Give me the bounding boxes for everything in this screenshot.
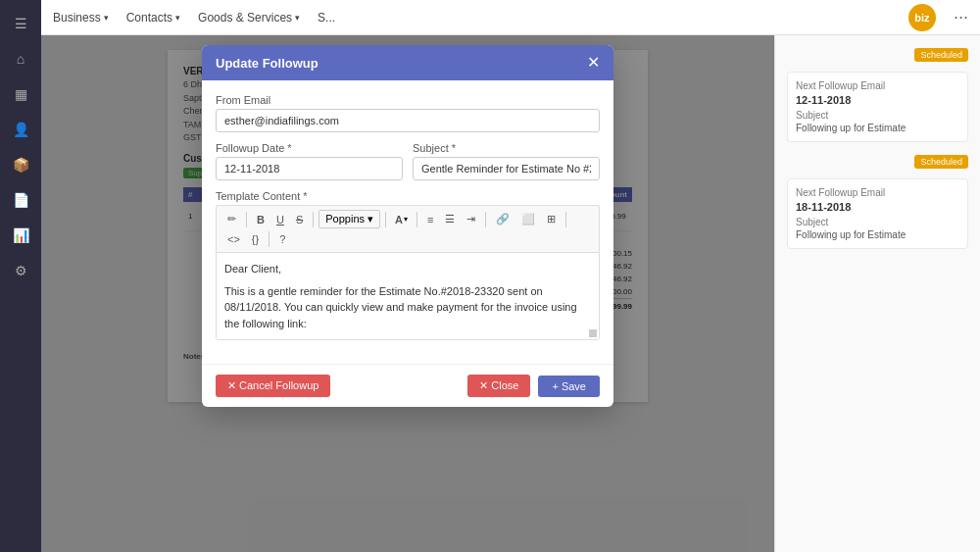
toolbar-divider: [246, 212, 247, 227]
followup-date-group: Followup Date *: [216, 142, 403, 180]
indent-button[interactable]: ⇥: [462, 210, 480, 228]
sidebar-docs-icon[interactable]: 📄: [7, 186, 34, 214]
toolbar-divider-4: [416, 212, 417, 227]
editor-greeting: Dear Client,: [224, 261, 591, 277]
followup-date-1: 12-11-2018: [796, 94, 959, 106]
subject-group: Subject *: [413, 142, 600, 180]
subject-label-2: Subject: [796, 217, 959, 227]
toolbar-divider-3: [385, 212, 386, 227]
followup-card-2: Scheduled Next Followup Email 18-11-2018…: [787, 154, 968, 249]
save-button[interactable]: + Save: [538, 376, 600, 397]
right-panel: Scheduled Next Followup Email 12-11-2018…: [774, 35, 980, 552]
company-logo: biz: [908, 4, 936, 31]
toolbar-divider-5: [485, 212, 486, 227]
template-editor[interactable]: Dear Client, This is a gentle reminder f…: [216, 252, 600, 340]
modal-close-button[interactable]: ✕: [587, 55, 600, 71]
main-area: Business ▾ Contacts ▾ Goods & Services ▾…: [41, 0, 980, 552]
toolbar-divider-2: [313, 212, 314, 227]
sidebar-home-icon[interactable]: ⌂: [7, 45, 34, 73]
chevron-down-icon: ▾: [104, 13, 109, 23]
update-followup-modal: Update Followup ✕ From Email F: [202, 45, 613, 407]
list-ul-button[interactable]: ≡: [422, 211, 438, 228]
modal-header: Update Followup ✕: [202, 45, 613, 80]
sidebar-menu-icon[interactable]: ☰: [7, 10, 34, 37]
chevron-down-icon: ▾: [175, 13, 180, 23]
followup-card-1: Scheduled Next Followup Email 12-11-2018…: [787, 47, 968, 142]
sidebar-goods-icon[interactable]: 📦: [7, 151, 34, 178]
bold-button[interactable]: B: [252, 211, 270, 228]
nav-business[interactable]: Business ▾: [53, 11, 109, 25]
next-followup-label-1: Next Followup Email: [796, 80, 959, 91]
followup-date-label: Followup Date *: [216, 142, 403, 154]
link-button[interactable]: 🔗: [491, 210, 514, 228]
sidebar-settings-icon[interactable]: ⚙: [7, 257, 34, 284]
chevron-down-icon: ▾: [404, 215, 408, 224]
font-selector[interactable]: Poppins ▾: [318, 210, 380, 228]
subject-val-2: Following up for Estimate: [796, 229, 959, 240]
from-email-group: From Email: [216, 94, 600, 132]
from-email-input[interactable]: [216, 109, 600, 132]
next-followup-label-2: Next Followup Email: [796, 187, 959, 198]
code-inline-button[interactable]: <>: [222, 230, 245, 248]
help-button[interactable]: ?: [274, 230, 290, 248]
resize-handle[interactable]: [589, 329, 597, 337]
cancel-followup-button[interactable]: ✕ Cancel Followup: [216, 375, 330, 397]
sidebar: ☰ ⌂ ▦ 👤 📦 📄 📊 ⚙: [0, 0, 41, 552]
strikethrough-button[interactable]: S: [291, 211, 308, 228]
subject-label: Subject *: [413, 142, 600, 154]
followup-date-input[interactable]: [216, 157, 403, 180]
text-color-button[interactable]: A ▾: [391, 211, 412, 228]
date-subject-row: Followup Date * Subject *: [216, 142, 600, 190]
document-area: VERVE FINANCIAL SERVICES 6 Dhannammal St…: [41, 35, 774, 552]
more-options-icon[interactable]: ···: [954, 7, 968, 27]
sidebar-contacts-icon[interactable]: 👤: [7, 116, 34, 143]
table-button[interactable]: ⊞: [542, 210, 561, 228]
topnav: Business ▾ Contacts ▾ Goods & Services ▾…: [41, 0, 980, 35]
followup-date-2: 18-11-2018: [796, 201, 959, 213]
list-ol-button[interactable]: ☰: [440, 210, 460, 228]
pen-icon[interactable]: ✏: [222, 210, 241, 228]
image-button[interactable]: ⬜: [516, 210, 540, 228]
nav-goods[interactable]: Goods & Services ▾: [198, 11, 300, 25]
nav-contacts[interactable]: Contacts ▾: [126, 11, 180, 25]
modal-footer: ✕ Cancel Followup ✕ Close + Save: [202, 364, 613, 407]
followup-info-2: Next Followup Email 18-11-2018 Subject F…: [787, 178, 968, 249]
sidebar-dashboard-icon[interactable]: ▦: [7, 80, 34, 108]
from-email-label: From Email: [216, 94, 600, 106]
toolbar-divider-6: [565, 212, 566, 227]
modal-overlay: Update Followup ✕ From Email F: [41, 35, 774, 552]
content-area: VERVE FINANCIAL SERVICES 6 Dhannammal St…: [41, 35, 980, 552]
followup-info-1: Next Followup Email 12-11-2018 Subject F…: [787, 72, 968, 142]
close-button[interactable]: ✕ Close: [467, 375, 530, 397]
toolbar-divider-7: [269, 231, 270, 247]
sidebar-reports-icon[interactable]: 📊: [7, 222, 34, 249]
subject-val-1: Following up for Estimate: [796, 123, 959, 133]
template-label: Template Content *: [216, 190, 600, 202]
underline-button[interactable]: U: [271, 211, 289, 228]
modal-body: From Email Followup Date * Subject *: [202, 80, 613, 364]
chevron-down-icon: ▾: [295, 13, 300, 23]
editor-body: This is a gentle reminder for the Estima…: [224, 283, 591, 332]
template-group: Template Content * ✏ B U S Poppins: [216, 190, 600, 340]
nav-s[interactable]: S...: [318, 11, 335, 25]
subject-input[interactable]: [413, 157, 600, 180]
modal-title: Update Followup: [216, 56, 318, 71]
subject-label-1: Subject: [796, 110, 959, 121]
scheduled-badge-2: Scheduled: [914, 155, 968, 169]
editor-toolbar: ✏ B U S Poppins ▾: [216, 205, 600, 252]
editor-content: Dear Client, This is a gentle reminder f…: [224, 261, 591, 331]
code-block-button[interactable]: {}: [247, 230, 264, 248]
scheduled-badge-1: Scheduled: [914, 48, 968, 62]
